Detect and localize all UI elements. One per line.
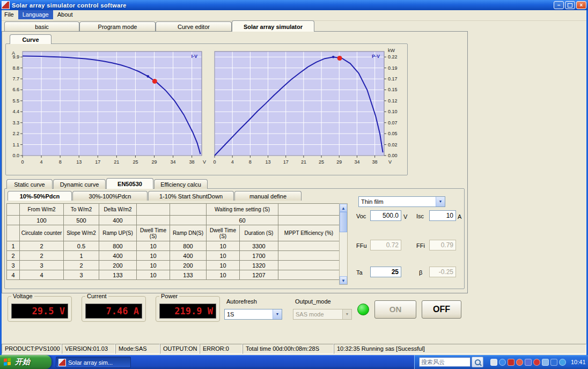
table-cell[interactable]: 10: [137, 241, 170, 251]
table-cell[interactable]: [137, 204, 170, 216]
table-cell[interactable]: MPPT Efficiency (%): [278, 225, 340, 241]
menu-file[interactable]: File: [0, 10, 18, 19]
table-cell[interactable]: 133: [170, 270, 207, 280]
off-button[interactable]: OFF: [422, 300, 461, 319]
table-cell[interactable]: Slope W/m2: [64, 225, 99, 241]
scroll-down-icon[interactable]: ▼: [340, 276, 347, 284]
table-cell[interactable]: 1700: [240, 251, 278, 261]
close-button[interactable]: ×: [576, 1, 586, 9]
table-cell[interactable]: Dwell Time (S): [207, 225, 240, 241]
table-cell[interactable]: 200: [99, 261, 137, 270]
chevron-down-icon[interactable]: ▼: [436, 197, 445, 206]
table-cell[interactable]: [7, 225, 20, 241]
table-cell[interactable]: 10: [207, 270, 240, 280]
table-cell[interactable]: 133: [99, 270, 137, 280]
param-ta-field[interactable]: [370, 267, 401, 277]
subtab-10-50-pdcn[interactable]: 10%-50%Pdcn: [8, 191, 72, 201]
table-cell[interactable]: 400: [170, 251, 207, 261]
table-cell[interactable]: Duration (S): [240, 225, 278, 241]
table-cell[interactable]: [170, 204, 207, 216]
tray-icon-2[interactable]: [499, 359, 506, 366]
table-cell[interactable]: 400: [99, 216, 137, 225]
tab-efficiency-calcu[interactable]: Efficiency calcu: [154, 179, 208, 189]
table-cell[interactable]: 2: [7, 251, 20, 261]
table-cell[interactable]: [278, 241, 340, 251]
tray-search-input[interactable]: [419, 357, 471, 367]
table-cell[interactable]: [278, 251, 340, 261]
table-cell[interactable]: 10: [207, 251, 240, 261]
taskbar-task-solar-array[interactable]: Solar array sim...: [56, 357, 131, 368]
chevron-down-icon[interactable]: ▼: [273, 309, 282, 319]
tab-curve-editor[interactable]: Curve editor: [156, 21, 232, 31]
table-cell[interactable]: 2: [20, 251, 64, 261]
minimize-button[interactable]: –: [554, 1, 564, 9]
scroll-up-icon[interactable]: ▲: [340, 204, 347, 212]
table-cell[interactable]: 3: [64, 270, 99, 280]
table-cell[interactable]: 400: [99, 251, 137, 261]
table-cell[interactable]: 1: [7, 241, 20, 251]
search-icon[interactable]: [472, 357, 483, 367]
table-cell[interactable]: [7, 204, 20, 216]
table-cell[interactable]: Ramp UP(S): [99, 225, 137, 241]
table-cell[interactable]: 0.5: [64, 241, 99, 251]
tray-icon-4[interactable]: [516, 359, 523, 366]
tray-icon-8[interactable]: [550, 359, 557, 366]
start-button[interactable]: 开始: [0, 355, 52, 369]
table-cell[interactable]: 100: [20, 216, 64, 225]
subtab-1-10-start-shutdown[interactable]: 1-10% Start ShuntDown: [148, 191, 234, 201]
table-cell[interactable]: 60: [207, 216, 278, 225]
table-cell[interactable]: Delta W/m2: [99, 204, 137, 216]
table-cell[interactable]: 2: [64, 261, 99, 270]
table-cell[interactable]: Circulate counter: [20, 225, 64, 241]
tray-icon-9[interactable]: [559, 359, 566, 366]
on-button[interactable]: ON: [374, 300, 416, 319]
table-cell[interactable]: 1207: [240, 270, 278, 280]
maximize-button[interactable]: [565, 1, 575, 9]
table-cell[interactable]: 10: [137, 261, 170, 270]
table-cell[interactable]: 10: [137, 270, 170, 280]
tab-program-mode[interactable]: Program mode: [79, 21, 156, 31]
table-cell[interactable]: From W/m2: [20, 204, 64, 216]
tray-icon-5[interactable]: [525, 359, 532, 366]
table-cell[interactable]: 4: [7, 270, 20, 280]
table-cell[interactable]: 10: [137, 251, 170, 261]
menu-about[interactable]: About: [53, 10, 77, 19]
table-cell[interactable]: 3: [7, 261, 20, 270]
module-type-select[interactable]: Thin film ▼: [358, 196, 445, 207]
tab-solar-array-simulator[interactable]: Solar array simulator: [232, 20, 314, 32]
menu-language[interactable]: Language: [18, 10, 53, 19]
table-cell[interactable]: To W/m2: [64, 204, 99, 216]
tab-curve[interactable]: Curve: [10, 34, 52, 44]
table-scrollbar[interactable]: ▲ ▼: [339, 203, 348, 285]
table-cell[interactable]: [278, 270, 340, 280]
table-cell[interactable]: 4: [20, 270, 64, 280]
table-cell[interactable]: 3300: [240, 241, 278, 251]
table-cell[interactable]: 800: [170, 241, 207, 251]
scroll-thumb[interactable]: [340, 212, 347, 232]
table-cell[interactable]: 800: [99, 241, 137, 251]
tab-static-curve[interactable]: Static curve: [6, 179, 53, 189]
tab-basic[interactable]: basic: [4, 21, 79, 31]
table-cell[interactable]: [137, 216, 170, 225]
subtab-30-100-pdcn[interactable]: 30%-100%Pdcn: [72, 191, 148, 201]
en50530-table[interactable]: From W/m2To W/m2Delta W/m2Waiting time s…: [6, 203, 340, 280]
table-cell[interactable]: 2: [20, 241, 64, 251]
tab-dynamic-curve[interactable]: Dynamic curve: [53, 179, 106, 189]
subtab-manual-define[interactable]: manual define: [234, 191, 302, 201]
table-cell[interactable]: 10: [207, 261, 240, 270]
table-cell[interactable]: Waiting time setting (S): [207, 204, 278, 216]
param-voc-field[interactable]: [370, 210, 401, 221]
tray-icon-7[interactable]: [542, 359, 549, 366]
param-isc-field[interactable]: [429, 210, 456, 221]
table-cell[interactable]: Ramp DN(S): [170, 225, 207, 241]
table-cell[interactable]: 500: [64, 216, 99, 225]
table-cell[interactable]: [278, 261, 340, 270]
table-cell[interactable]: [278, 204, 340, 216]
table-cell[interactable]: [170, 216, 207, 225]
table-cell[interactable]: 1320: [240, 261, 278, 270]
table-cell[interactable]: 3: [20, 261, 64, 270]
table-cell[interactable]: 200: [170, 261, 207, 270]
table-cell[interactable]: 10: [207, 241, 240, 251]
tray-icon-6[interactable]: [533, 359, 540, 366]
table-cell[interactable]: [278, 216, 340, 225]
